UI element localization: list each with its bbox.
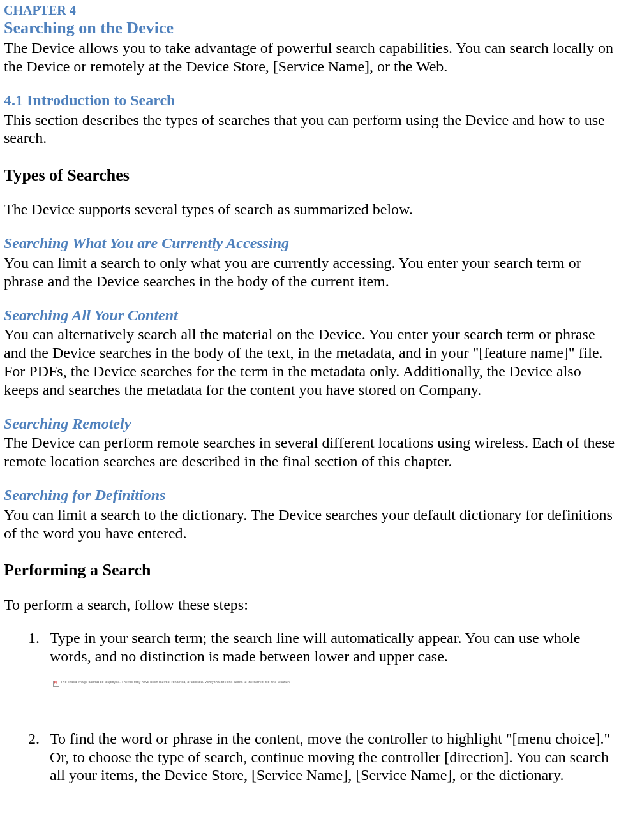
section-4-1-heading: 4.1 Introduction to Search — [4, 91, 615, 110]
searching-current-body: You can limit a search to only what you … — [4, 254, 615, 291]
chapter-intro: The Device allows you to take advantage … — [4, 39, 615, 76]
chapter-label: CHAPTER 4 — [4, 3, 615, 18]
broken-image-text: The linked image cannot be displayed. Th… — [61, 680, 290, 684]
searching-all-heading: Searching All Your Content — [4, 306, 615, 325]
broken-image-icon — [53, 681, 59, 687]
performing-search-intro: To perform a search, follow these steps: — [4, 596, 615, 614]
broken-image-placeholder: The linked image cannot be displayed. Th… — [50, 679, 579, 714]
searching-current-heading: Searching What You are Currently Accessi… — [4, 234, 615, 253]
section-4-1-intro: This section describes the types of sear… — [4, 111, 615, 148]
search-steps-list: Type in your search term; the search lin… — [4, 629, 615, 785]
search-step-1-text: Type in your search term; the search lin… — [50, 630, 580, 665]
searching-all-body: You can alternatively search all the mat… — [4, 325, 615, 399]
performing-search-heading: Performing a Search — [4, 560, 615, 580]
types-of-searches-heading: Types of Searches — [4, 165, 615, 185]
search-step-2: To find the word or phrase in the conten… — [43, 730, 615, 785]
searching-remotely-body: The Device can perform remote searches i… — [4, 434, 615, 471]
types-of-searches-intro: The Device supports several types of sea… — [4, 200, 615, 219]
search-step-1: Type in your search term; the search lin… — [43, 629, 615, 714]
searching-definitions-heading: Searching for Definitions — [4, 486, 615, 505]
searching-definitions-body: You can limit a search to the dictionary… — [4, 506, 615, 543]
searching-remotely-heading: Searching Remotely — [4, 415, 615, 433]
chapter-title: Searching on the Device — [4, 18, 615, 38]
search-step-2-text: To find the word or phrase in the conten… — [50, 730, 610, 784]
